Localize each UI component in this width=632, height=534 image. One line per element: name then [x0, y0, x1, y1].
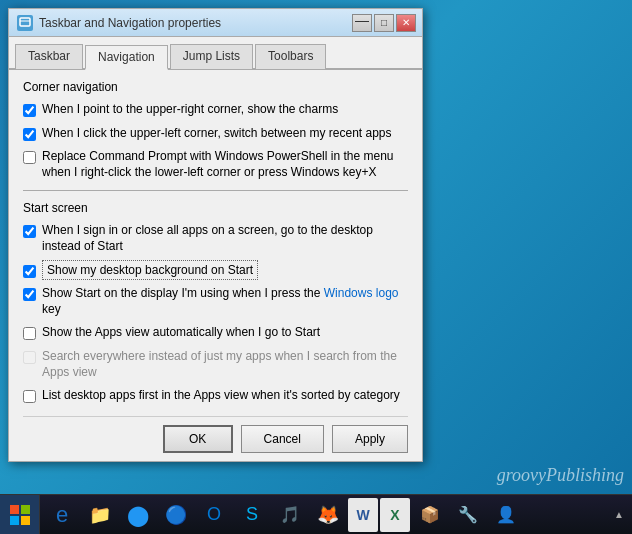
taskbar-app-ie[interactable]: e [44, 498, 80, 532]
checkbox-desktop-signin-label: When I sign in or close all apps on a sc… [42, 223, 408, 254]
taskbar-app-firefox[interactable]: 🦊 [310, 498, 346, 532]
checkbox-row-list-desktop: List desktop apps first in the Apps view… [23, 388, 408, 404]
checkbox-row-search-everywhere: Search everywhere instead of just my app… [23, 349, 408, 380]
dialog-icon [17, 15, 33, 31]
checkbox-row-powershell: Replace Command Prompt with Windows Powe… [23, 149, 408, 180]
title-bar-left: Taskbar and Navigation properties [17, 15, 221, 31]
taskbar-app-chrome[interactable]: 🔵 [158, 498, 194, 532]
checkbox-row-windows-logo: Show Start on the display I'm using when… [23, 286, 408, 317]
cancel-button[interactable]: Cancel [241, 425, 324, 453]
tab-navigation[interactable]: Navigation [85, 45, 168, 70]
dialog-content: Corner navigation When I point to the up… [9, 70, 422, 461]
title-bar: Taskbar and Navigation properties — □ ✕ [9, 9, 422, 37]
checkbox-desktop-bg[interactable] [23, 265, 36, 278]
title-controls: — □ ✕ [352, 14, 416, 32]
highlight-box: Show my desktop background on Start [42, 260, 258, 280]
checkbox-powershell[interactable] [23, 151, 36, 164]
desktop: Taskbar and Navigation properties — □ ✕ … [0, 0, 632, 534]
svg-rect-2 [10, 505, 19, 514]
checkbox-upper-left-label: When I click the upper-left corner, swit… [42, 126, 392, 142]
taskbar-app-explorer[interactable]: 📁 [82, 498, 118, 532]
taskbar-right: ▲ [606, 509, 632, 520]
svg-rect-5 [21, 516, 30, 525]
svg-rect-0 [20, 18, 30, 26]
taskbar-app-outlook[interactable]: O [196, 498, 232, 532]
checkbox-row-upper-left: When I click the upper-left corner, swit… [23, 126, 408, 142]
svg-rect-4 [10, 516, 19, 525]
apply-button[interactable]: Apply [332, 425, 408, 453]
checkbox-apps-view-label: Show the Apps view automatically when I … [42, 325, 320, 341]
minimize-button[interactable]: — [352, 14, 372, 32]
checkbox-list-desktop[interactable] [23, 390, 36, 403]
tab-bar: Taskbar Navigation Jump Lists Toolbars [9, 37, 422, 70]
checkbox-windows-logo-label: Show Start on the display I'm using when… [42, 286, 408, 317]
dialog-window: Taskbar and Navigation properties — □ ✕ … [8, 8, 423, 462]
corner-navigation-label: Corner navigation [23, 80, 408, 94]
maximize-button[interactable]: □ [374, 14, 394, 32]
taskbar: e 📁 ⬤ 🔵 O S 🎵 🦊 W X 📦 🔧 👤 ▲ [0, 494, 632, 534]
checkbox-windows-logo[interactable] [23, 288, 36, 301]
taskbar-app-user[interactable]: 👤 [488, 498, 524, 532]
checkbox-charms-label: When I point to the upper-right corner, … [42, 102, 338, 118]
taskbar-app-word[interactable]: W [348, 498, 378, 532]
system-tray: ▲ [614, 509, 624, 520]
checkbox-row-desktop-bg: Show my desktop background on Start [23, 263, 408, 279]
svg-rect-3 [21, 505, 30, 514]
taskbar-app-music[interactable]: 🎵 [272, 498, 308, 532]
checkbox-row-charms: When I point to the upper-right corner, … [23, 102, 408, 118]
section-divider [23, 190, 408, 191]
tab-taskbar[interactable]: Taskbar [15, 44, 83, 69]
checkbox-apps-view[interactable] [23, 327, 36, 340]
checkbox-list-desktop-label: List desktop apps first in the Apps view… [42, 388, 400, 404]
taskbar-app-tools[interactable]: 🔧 [450, 498, 486, 532]
taskbar-app-blue[interactable]: ⬤ [120, 498, 156, 532]
checkbox-charms[interactable] [23, 104, 36, 117]
checkbox-row-apps-view: Show the Apps view automatically when I … [23, 325, 408, 341]
checkbox-row-desktop-on-signin: When I sign in or close all apps on a sc… [23, 223, 408, 254]
taskbar-app-excel[interactable]: X [380, 498, 410, 532]
taskbar-apps: e 📁 ⬤ 🔵 O S 🎵 🦊 W X 📦 🔧 👤 [40, 498, 606, 532]
windows-logo-link: Windows logo [324, 286, 399, 300]
dialog-title: Taskbar and Navigation properties [39, 16, 221, 30]
checkbox-search-everywhere[interactable] [23, 351, 36, 364]
start-screen-label: Start screen [23, 201, 408, 215]
checkbox-powershell-label: Replace Command Prompt with Windows Powe… [42, 149, 408, 180]
start-button[interactable] [0, 495, 40, 535]
tab-jump-lists[interactable]: Jump Lists [170, 44, 253, 69]
taskbar-app-dropbox[interactable]: 📦 [412, 498, 448, 532]
watermark: groovyPublishing [497, 465, 624, 486]
checkbox-desktop-bg-label: Show my desktop background on Start [42, 263, 258, 279]
ok-button[interactable]: OK [163, 425, 233, 453]
checkbox-upper-left[interactable] [23, 128, 36, 141]
checkbox-desktop-signin[interactable] [23, 225, 36, 238]
tab-toolbars[interactable]: Toolbars [255, 44, 326, 69]
button-row: OK Cancel Apply [23, 416, 408, 453]
close-button[interactable]: ✕ [396, 14, 416, 32]
checkbox-search-everywhere-label: Search everywhere instead of just my app… [42, 349, 408, 380]
taskbar-app-skype[interactable]: S [234, 498, 270, 532]
